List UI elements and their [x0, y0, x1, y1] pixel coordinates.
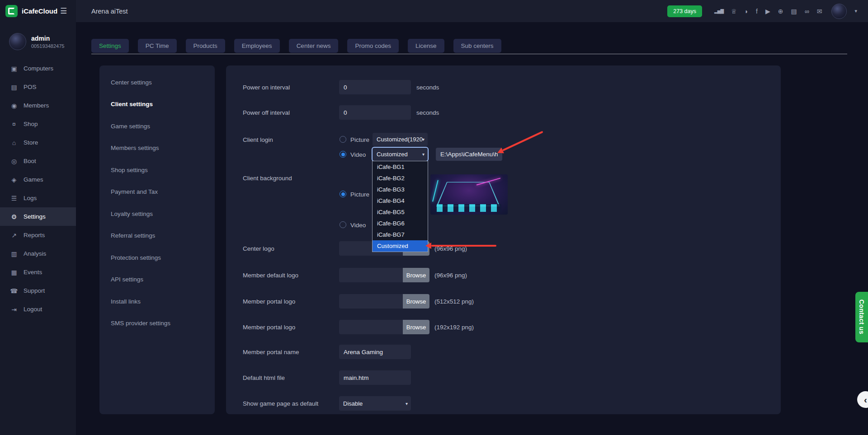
- nav-shop-settings[interactable]: Shop settings: [99, 159, 215, 181]
- dropdown-option-customized[interactable]: Customized: [373, 240, 428, 252]
- radio-label: Picture: [350, 187, 369, 201]
- nav-sms-provider-settings[interactable]: SMS provider settings: [99, 313, 215, 335]
- sidebar-item-settings[interactable]: ⚙Settings: [0, 207, 76, 226]
- user-info: admin 005193482475: [31, 35, 64, 49]
- tab-center-news[interactable]: Center news: [289, 39, 339, 53]
- client-login-video-select[interactable]: Customized ▾: [373, 148, 428, 161]
- field-label: Show game page as default: [243, 396, 318, 411]
- user-name: admin: [31, 35, 64, 42]
- tab-products[interactable]: Products: [186, 39, 225, 53]
- hamburger-menu-icon[interactable]: ☰: [60, 0, 67, 22]
- client-login-picture-select[interactable]: Customized(1920 ▾: [373, 133, 428, 146]
- dropdown-option-icafe-bg7[interactable]: iCafe-BG7: [373, 229, 428, 240]
- rss-icon[interactable]: ◗: [745, 8, 748, 14]
- sidebar-item-store[interactable]: ⌂Store: [0, 133, 76, 152]
- trophy-icon[interactable]: ♕: [731, 8, 737, 14]
- nav-api-settings[interactable]: API settings: [99, 269, 215, 291]
- client-login-video-radio[interactable]: [340, 151, 346, 158]
- tab-settings[interactable]: Settings: [91, 39, 129, 53]
- dropdown-option-icafe-bg2[interactable]: iCafe-BG2: [373, 173, 428, 184]
- member-portal-logo-192-browse-button[interactable]: Browse: [403, 320, 429, 334]
- topbar: iCafeCloud ☰ Arena aiTest 273 days ▂▅▇ ♕…: [0, 0, 868, 22]
- client-login-picture-radio[interactable]: [340, 136, 346, 143]
- power-off-interval-input[interactable]: [339, 105, 411, 120]
- show-game-page-select[interactable]: Disable ▾: [339, 396, 411, 411]
- sidebar-item-shop[interactable]: ¤Shop: [0, 115, 76, 133]
- nav-members-settings[interactable]: Members settings: [99, 137, 215, 159]
- member-portal-logo-512-file-input[interactable]: [339, 294, 403, 309]
- glasses-icon[interactable]: ∞: [805, 8, 809, 14]
- tab-employees[interactable]: Employees: [234, 39, 280, 53]
- sidebar-item-label: Shop: [24, 121, 38, 127]
- nav-client-settings[interactable]: Client settings: [99, 94, 215, 116]
- members-icon: ◉: [10, 102, 18, 109]
- sidebar-item-label: Events: [24, 269, 42, 276]
- sidebar-item-label: Logs: [24, 195, 37, 201]
- field-label: Default html file: [243, 370, 285, 385]
- sidebar-item-support[interactable]: ☎Support: [0, 281, 76, 300]
- tabbar-divider: [91, 54, 847, 54]
- sidebar-item-boot[interactable]: ◎Boot: [0, 152, 76, 170]
- sidebar-item-events[interactable]: ▦Events: [0, 263, 76, 281]
- user-avatar[interactable]: [831, 4, 847, 19]
- tab-license[interactable]: License: [408, 39, 444, 53]
- nav-install-links[interactable]: Install links: [99, 290, 215, 313]
- side-chevron-button[interactable]: ‹: [857, 391, 868, 408]
- tab-sub-centers[interactable]: Sub centers: [453, 39, 501, 53]
- sidebar-item-computers[interactable]: ▣Computers: [0, 59, 76, 78]
- client-background-picture-radio[interactable]: [340, 191, 346, 197]
- nav-payment-and-tax[interactable]: Payment and Tax: [99, 181, 215, 203]
- tab-promo-codes[interactable]: Promo codes: [347, 39, 399, 53]
- youtube-icon[interactable]: ▶: [765, 8, 770, 14]
- default-html-file-input[interactable]: [339, 370, 411, 385]
- member-default-logo-file-input[interactable]: [339, 268, 403, 282]
- member-portal-logo-192-row: Member portal logo Browse (192x192 png): [243, 320, 767, 334]
- chart-icon[interactable]: ▂▅▇: [714, 9, 723, 14]
- field-label: Client background: [243, 171, 292, 185]
- member-portal-logo-512-browse-button[interactable]: Browse: [403, 294, 429, 309]
- member-default-logo-browse-button[interactable]: Browse: [403, 268, 429, 282]
- client-settings-form: Power on interval seconds Power off inte…: [226, 65, 781, 414]
- member-portal-logo-192-file-input[interactable]: [339, 320, 403, 334]
- member-portal-name-input[interactable]: [339, 345, 411, 359]
- nav-center-settings[interactable]: Center settings: [99, 71, 215, 94]
- gear-icon: ⚙: [10, 213, 18, 220]
- tab-pc-time[interactable]: PC Time: [138, 39, 177, 53]
- chevron-down-icon[interactable]: ▾: [854, 8, 857, 14]
- nav-protection-settings[interactable]: Protection settings: [99, 247, 215, 269]
- mail-icon[interactable]: ✉: [817, 8, 822, 14]
- nav-loyalty-settings[interactable]: Loyalty settings: [99, 203, 215, 225]
- dropdown-option-icafe-bg1[interactable]: iCafe-BG1: [373, 161, 428, 173]
- power-on-interval-input[interactable]: [339, 80, 411, 94]
- contact-us-button[interactable]: Contact us: [855, 292, 868, 342]
- dropdown-option-icafe-bg4[interactable]: iCafe-BG4: [373, 195, 428, 206]
- sidebar-item-logout[interactable]: ⇥Logout: [0, 300, 76, 318]
- license-days-badge[interactable]: 273 days: [667, 5, 702, 17]
- sidebar-item-analysis[interactable]: ▥Analysis: [0, 244, 76, 263]
- dropdown-option-icafe-bg3[interactable]: iCafe-BG3: [373, 184, 428, 195]
- client-background-video-radio[interactable]: [340, 221, 346, 228]
- globe-icon[interactable]: ⊕: [778, 8, 783, 14]
- chevron-down-icon: ▾: [406, 401, 408, 406]
- card-icon[interactable]: ▤: [791, 8, 797, 14]
- client-login-picture-row: Client login Picture Customized(1920 ▾: [243, 132, 767, 147]
- page-title: Arena aiTest: [91, 0, 128, 22]
- facebook-icon[interactable]: f: [756, 8, 758, 14]
- sidebar-item-label: Computers: [24, 65, 53, 72]
- sidebar-item-reports[interactable]: ↗Reports: [0, 226, 76, 244]
- sidebar-item-pos[interactable]: ▤POS: [0, 78, 76, 96]
- sidebar-nav: ▣Computers ▤POS ◉Members ¤Shop ⌂Store ◎B…: [0, 59, 76, 318]
- computers-icon: ▣: [10, 65, 18, 72]
- nav-referral-settings[interactable]: Referral settings: [99, 225, 215, 247]
- sidebar-item-label: Store: [24, 139, 38, 146]
- client-login-video-path-input[interactable]: [436, 148, 502, 161]
- dropdown-option-icafe-bg5[interactable]: iCafe-BG5: [373, 206, 428, 218]
- tabbar: Settings PC Time Products Employees Cent…: [91, 39, 501, 53]
- sidebar-item-logs[interactable]: ☰Logs: [0, 189, 76, 207]
- field-hint: (512x512 png): [434, 294, 474, 309]
- nav-game-settings[interactable]: Game settings: [99, 115, 215, 137]
- sidebar-item-games[interactable]: ◈Games: [0, 170, 76, 189]
- field-label: Member default logo: [243, 268, 298, 282]
- sidebar-item-members[interactable]: ◉Members: [0, 96, 76, 115]
- dropdown-option-icafe-bg6[interactable]: iCafe-BG6: [373, 218, 428, 229]
